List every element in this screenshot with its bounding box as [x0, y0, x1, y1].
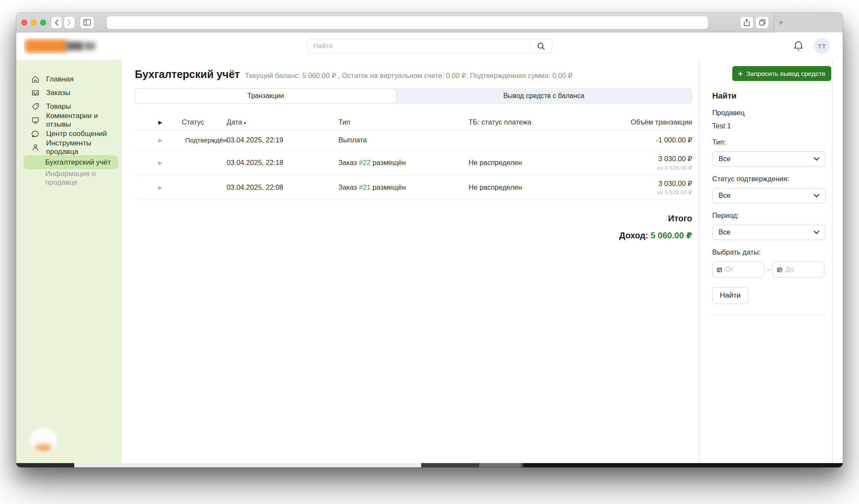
address-bar[interactable] [107, 16, 708, 29]
site-logo[interactable] [24, 38, 99, 54]
period-select[interactable]: Все [712, 225, 826, 240]
search-icon [537, 42, 545, 50]
close-window-button[interactable] [21, 20, 27, 26]
amount-subtext: из 3 528.00 ₽ [585, 189, 692, 196]
transactions-table: ▶ Статус Дата▾ Тип ТБ: статус платежа Об… [135, 115, 692, 200]
scrollbar-gutter[interactable] [832, 60, 843, 463]
request-withdrawal-button[interactable]: + Запросить вывод средств [732, 66, 831, 81]
expand-all-icon[interactable]: ▶ [135, 119, 182, 125]
chevron-down-icon [814, 157, 819, 161]
order-link[interactable]: #22 [359, 159, 371, 166]
total-label: Итого [135, 214, 692, 223]
avatar[interactable]: TT [814, 38, 830, 54]
col-type: Тип [338, 118, 469, 126]
sidebar-item-label: Заказы [46, 89, 70, 97]
tabs-icon [759, 19, 766, 26]
date-from-field[interactable] [712, 261, 764, 278]
amount-subtext: из 3 528.00 ₽ [585, 164, 692, 171]
minimize-window-button[interactable] [31, 20, 37, 26]
logo-blur-gray [66, 42, 84, 50]
zoom-window-button[interactable] [40, 20, 46, 26]
seller-value: Test 1 [712, 122, 826, 130]
balance-summary: Текущий баланс: 5 060.00 ₽ , Остаток на … [245, 72, 572, 80]
sort-desc-icon: ▾ [244, 121, 246, 125]
confirm-status-select[interactable]: Все [712, 188, 826, 203]
dates-label: Выбрать даты: [712, 248, 826, 256]
col-date[interactable]: Дата▾ [227, 118, 338, 126]
tab-transactions[interactable]: Транзакции [135, 88, 396, 104]
find-button[interactable]: Найти [712, 287, 748, 304]
seller-label: Продавец [712, 109, 826, 117]
sidebar-item-orders[interactable]: Заказы [16, 86, 122, 100]
chevron-down-icon [814, 231, 819, 234]
row-expand-icon[interactable]: ▶ [135, 160, 182, 166]
col-tb-status: ТБ: статус платежа [469, 118, 585, 126]
sidebar-item-label: Центр сообщений [46, 130, 107, 138]
horizontal-scrollbar[interactable] [16, 463, 843, 467]
type-cell: Заказ #22 размещён [338, 159, 469, 167]
share-button[interactable] [740, 17, 753, 29]
messages-icon [31, 130, 40, 138]
income-label: Доход: [619, 231, 648, 240]
sidebar-item-label: Инструменты продавца [46, 139, 122, 156]
tab-overview-button[interactable] [756, 17, 769, 29]
type-cell: Заказ #21 размещён [338, 183, 469, 191]
sidebar-subitem-label: Бухгалтерский учёт [45, 158, 111, 167]
tb-status-cell: Не распределен [469, 159, 585, 167]
date-to-field[interactable] [772, 261, 824, 278]
screenshot-stage: + TT [0, 0, 859, 504]
amount-cell: 3 030.00 ₽из 3 528.00 ₽ [585, 180, 692, 196]
filters-title: Найти [712, 91, 826, 101]
chevron-right-icon [67, 20, 71, 26]
search-button[interactable] [530, 39, 552, 53]
site-search [307, 39, 552, 53]
bell-icon[interactable] [793, 41, 804, 52]
sidebar-item-accounting[interactable]: Бухгалтерский учёт [23, 155, 118, 169]
tab-bar: Транзакции Вывод средств с баланса [135, 88, 692, 104]
right-panel: + Запросить вывод средств Найти Продавец… [699, 60, 832, 463]
plus-icon: + [778, 18, 783, 27]
sidebar-item-seller-tools[interactable]: Инструменты продавца [16, 141, 122, 154]
tb-status-cell: Не распределен [469, 183, 585, 191]
back-button[interactable] [51, 17, 62, 29]
table-row: ▶ Подтверждён 03.04.2025, 22:19 Выплата … [135, 130, 692, 151]
plus-icon: + [738, 70, 743, 78]
status-label: Подтверждён [185, 136, 227, 144]
sidebar-item-label: Главная [46, 75, 74, 84]
date-from-input[interactable] [725, 266, 760, 273]
avatar-initial-2: T [822, 43, 826, 50]
date-to-input[interactable] [785, 266, 820, 273]
col-status: Статус [182, 118, 227, 126]
chevron-left-icon [55, 20, 58, 26]
logo-blur-gray-2 [84, 42, 96, 50]
sidebar-item-home[interactable]: Главная [16, 72, 122, 86]
income-value: 5 060.00 ₽ [651, 231, 692, 240]
sidebar-toggle-button[interactable] [80, 17, 94, 29]
browser-window: + TT [16, 13, 843, 467]
calendar-icon [777, 266, 782, 273]
sidebar-item-label: Товары [46, 102, 71, 111]
table-header-row: ▶ Статус Дата▾ Тип ТБ: статус платежа Об… [135, 115, 692, 130]
sidebar-item-seller-info[interactable]: Информация о продавце [16, 171, 122, 185]
row-expand-icon[interactable]: ▶ [135, 137, 182, 143]
sidebar-item-comments[interactable]: Комментарии и отзывы [16, 113, 122, 127]
search-input[interactable] [307, 42, 530, 50]
period-label: Период: [712, 211, 826, 220]
page-title: Бухгалтерский учёт [135, 68, 240, 81]
row-expand-icon[interactable]: ▶ [135, 185, 182, 191]
new-tab-area[interactable]: + [774, 13, 843, 32]
seller-tools-icon [31, 143, 40, 152]
tab-withdrawals[interactable]: Вывод средств с баланса [396, 89, 692, 103]
date-cell: 03.04.2025, 22:19 [227, 136, 338, 144]
order-link[interactable]: #21 [359, 183, 371, 191]
col-amount: Объём транзакции [585, 118, 692, 126]
share-icon [744, 19, 750, 26]
site-header: TT [16, 32, 843, 60]
table-row: ▶ 03.04.2025, 22:08 Заказ #21 размещён Н… [135, 175, 692, 200]
sidebar-icon [83, 19, 91, 26]
type-select[interactable]: Все [712, 151, 826, 167]
page-title-row: Бухгалтерский учёт Текущий баланс: 5 060… [135, 68, 692, 81]
table-row: ▶ 03.04.2025, 22:18 Заказ #22 размещён Н… [135, 151, 692, 175]
forward-button[interactable] [64, 17, 75, 29]
home-icon [31, 75, 40, 84]
